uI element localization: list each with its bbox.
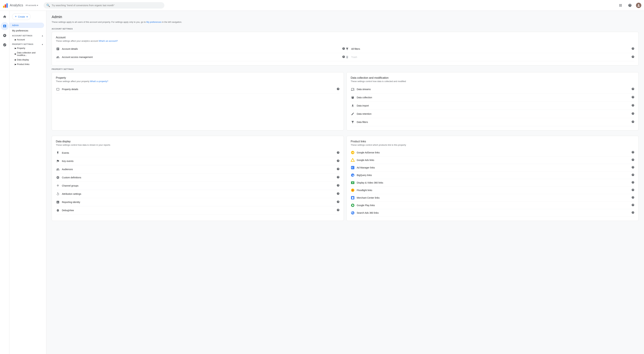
play-help-icon[interactable] (632, 203, 634, 207)
nav-reports-button[interactable] (1, 22, 9, 30)
channel-groups-help-icon[interactable] (336, 184, 340, 187)
account-details-item[interactable]: Account details (56, 45, 345, 53)
display-video-icon (351, 181, 355, 185)
property-details-label: Property details (62, 88, 78, 91)
main-content: Admin These settings apply to all users … (46, 11, 644, 354)
account-access-help-icon[interactable] (342, 55, 345, 59)
property-details-help-icon[interactable] (336, 87, 340, 91)
sidebar-item-data-collection[interactable]: ▶ Data collection and modifica... (10, 50, 44, 57)
events-help-icon[interactable] (336, 151, 340, 155)
apps-icon-button[interactable] (617, 2, 624, 9)
sidebar-item-data-display[interactable]: ▶ Data display (10, 57, 44, 62)
adsense-links-item[interactable]: A$ Google AdSense links (351, 149, 634, 156)
data-collection-item[interactable]: Data collection (351, 93, 634, 102)
search-ads-label: Search Ads 360 links (357, 211, 379, 214)
ads-help-icon[interactable] (632, 158, 634, 162)
attribution-settings-item[interactable]: Attribution settings (56, 190, 340, 198)
display-video-help-icon[interactable] (632, 181, 634, 184)
attribution-help-icon[interactable] (336, 192, 340, 196)
bigquery-help-icon[interactable] (632, 173, 634, 177)
audiences-help-icon[interactable] (336, 168, 340, 171)
sidebar-item-admin[interactable]: Admin (10, 23, 44, 28)
audiences-label: Audiences (62, 168, 73, 171)
account-access-item[interactable]: Account access management (56, 53, 345, 61)
audiences-item[interactable]: Audiences (56, 165, 340, 174)
data-import-help-icon[interactable] (632, 104, 634, 108)
sidebar-item-my-preferences[interactable]: My preferences (10, 28, 44, 33)
data-retention-item[interactable]: Data retention (351, 110, 634, 118)
avatar[interactable] (636, 3, 641, 8)
account-settings-section: Account settings ▲ (10, 33, 46, 37)
google-play-icon (351, 203, 355, 207)
debugview-help-icon[interactable] (336, 208, 340, 212)
svg-text:G: G (352, 167, 353, 169)
events-item[interactable]: Events (56, 149, 340, 157)
data-streams-item[interactable]: Data streams (351, 85, 634, 93)
sidebar-item-account[interactable]: ▶ Account (10, 37, 44, 42)
key-events-help-icon[interactable] (336, 159, 340, 163)
create-button[interactable]: + Create ▾ (12, 13, 30, 20)
merchant-center-links-item[interactable]: Merchant Center links (351, 194, 634, 202)
data-retention-help-icon[interactable] (632, 112, 634, 116)
all-accounts-label[interactable]: All accounts ▾ (26, 4, 38, 6)
whats-property-link[interactable]: What's a property? (90, 80, 108, 83)
floodlight-label: Floodlight links (357, 189, 372, 191)
data-retention-label: Data retention (357, 113, 372, 115)
data-display-card-title: Data display (56, 140, 340, 143)
reporting-identity-item[interactable]: Reporting identity (56, 198, 340, 206)
help-icon-button[interactable] (626, 2, 633, 9)
channel-groups-item[interactable]: Channel groups (56, 182, 340, 190)
data-collection-help-icon[interactable] (632, 96, 634, 99)
trash-help-icon[interactable] (632, 55, 634, 59)
whats-account-link[interactable]: What's an account? (99, 40, 118, 42)
ad-manager-links-item[interactable]: G Ad Manager links (351, 164, 634, 172)
nav-home-button[interactable] (1, 13, 9, 21)
ad-manager-help-icon[interactable] (632, 166, 634, 170)
trash-item[interactable]: Trash (345, 53, 634, 61)
sidebar-item-property[interactable]: ▶ Property (10, 46, 44, 50)
bigquery-links-item[interactable]: BigQuery links (351, 172, 634, 179)
data-import-icon (351, 104, 355, 108)
events-label: Events (62, 152, 69, 154)
adsense-help-icon[interactable] (632, 151, 634, 154)
debugview-item[interactable]: DebugView (56, 206, 340, 214)
all-filters-help-icon[interactable] (632, 47, 634, 51)
all-filters-item[interactable]: All filters (345, 45, 634, 53)
search-ads-links-item[interactable]: Search Ads 360 links (351, 209, 634, 217)
floodlight-links-item[interactable]: Floodlight links (351, 186, 634, 194)
channel-groups-label: Channel groups (62, 184, 78, 187)
sidebar-item-product-links[interactable]: ▶ Product links (10, 62, 44, 66)
display-video-links-item[interactable]: Display & Video 360 links (351, 179, 634, 186)
my-preferences-link[interactable]: My preferences (146, 21, 162, 23)
data-import-item[interactable]: Data import (351, 102, 634, 110)
channel-groups-icon (56, 184, 60, 188)
floodlight-icon (351, 188, 355, 192)
trash-icon (345, 55, 349, 59)
custom-definitions-label: Custom definitions (62, 176, 81, 179)
data-filters-help-icon[interactable] (632, 120, 634, 124)
ads-links-item[interactable]: Google Ads links (351, 156, 634, 164)
data-streams-help-icon[interactable] (632, 87, 634, 91)
attribution-settings-icon (56, 192, 60, 196)
property-settings-section: Property settings ▲ (10, 42, 46, 46)
debugview-icon (56, 208, 60, 212)
play-links-item[interactable]: Google Play links (351, 202, 634, 209)
account-details-help-icon[interactable] (342, 47, 345, 51)
search-ads-help-icon[interactable] (632, 211, 634, 215)
search-bar[interactable]: 🔍 (44, 2, 164, 8)
search-input[interactable] (52, 4, 162, 7)
reporting-identity-help-icon[interactable] (336, 200, 340, 204)
floodlight-help-icon[interactable] (632, 188, 634, 192)
nav-advertising-button[interactable] (1, 41, 9, 49)
custom-definitions-item[interactable]: Custom definitions (56, 174, 340, 182)
key-events-item[interactable]: Key events (56, 157, 340, 165)
property-details-item[interactable]: Property details (56, 85, 340, 93)
nav-explore-button[interactable] (1, 31, 9, 39)
property-card: Property These settings affect your prop… (52, 72, 344, 131)
data-filters-item[interactable]: Data filters (351, 118, 634, 126)
analytics-logo-icon (3, 3, 8, 8)
merchant-center-help-icon[interactable] (632, 196, 634, 200)
account-details-label: Account details (62, 47, 78, 50)
account-settings-grid: Account details Account access managemen… (56, 45, 634, 61)
custom-definitions-help-icon[interactable] (336, 176, 340, 179)
